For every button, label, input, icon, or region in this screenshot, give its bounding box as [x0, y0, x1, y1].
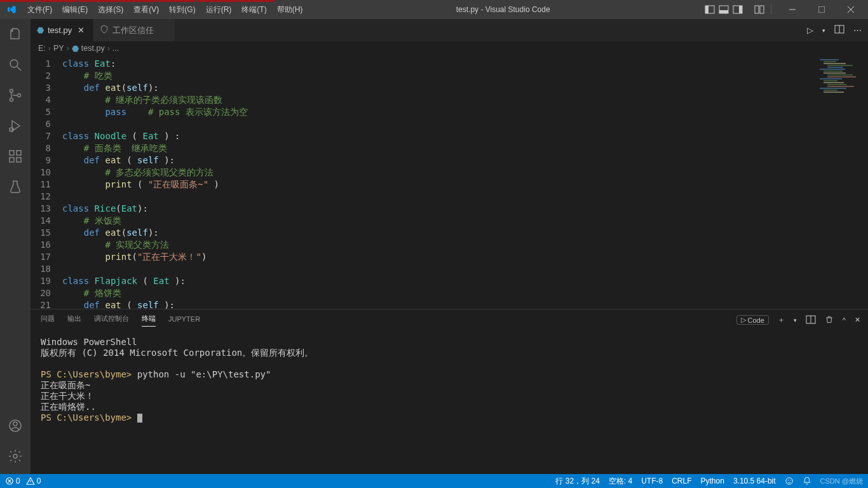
svg-rect-3 — [719, 10, 728, 13]
svg-point-35 — [788, 480, 789, 481]
minimize-button[interactable] — [778, 0, 807, 19]
more-icon[interactable]: ⋯ — [853, 25, 862, 35]
chevron-down-icon[interactable]: ▾ — [822, 27, 825, 34]
notifications-icon[interactable] — [803, 477, 811, 485]
tab-label: 工作区信任 — [112, 25, 154, 36]
panel-bottom-icon[interactable] — [719, 4, 729, 15]
python-file-icon: ⬣ — [37, 25, 44, 35]
tab-test-py[interactable]: ⬣ test.py ✕ — [31, 19, 93, 41]
vscode-icon — [0, 4, 22, 15]
watermark: CSDN @燃烧 — [820, 477, 863, 486]
panel-actions: ▷ Code ＋ ▾ ^ ✕ — [736, 315, 868, 326]
status-encoding[interactable]: UTF-8 — [641, 477, 663, 485]
new-terminal-icon[interactable]: ＋ — [778, 315, 785, 325]
extensions-icon[interactable] — [0, 141, 31, 172]
menu-item[interactable]: 转到(G) — [164, 0, 200, 19]
svg-point-24 — [13, 422, 17, 426]
shield-icon — [100, 25, 109, 36]
line-numbers: 123456789101112131415161718192021 — [31, 55, 62, 309]
svg-rect-21 — [17, 158, 21, 162]
editor-tabs: ⬣ test.py ✕ 工作区信任 ✕ ▷ ▾ ⋯ — [31, 19, 868, 41]
svg-rect-22 — [17, 151, 21, 155]
menu-item[interactable]: 帮助(H) — [272, 0, 308, 19]
breadcrumb-item[interactable]: test.py — [81, 44, 105, 53]
kill-terminal-icon[interactable] — [825, 315, 834, 325]
panel-tab[interactable]: JUPYTER — [168, 315, 200, 325]
panel-tab[interactable]: 问题 — [41, 314, 55, 326]
svg-point-16 — [18, 94, 21, 97]
svg-rect-20 — [10, 158, 14, 162]
terminal-launch-select[interactable]: ▷ Code — [736, 315, 769, 325]
chevron-right-icon: › — [107, 44, 110, 53]
source-control-icon[interactable] — [0, 80, 31, 111]
panel-tab[interactable]: 输出 — [67, 314, 81, 326]
testing-icon[interactable] — [0, 172, 31, 202]
menu-item[interactable]: 查看(V) — [128, 0, 164, 19]
svg-rect-19 — [10, 151, 14, 155]
svg-rect-9 — [818, 6, 825, 13]
feedback-icon[interactable] — [785, 477, 794, 485]
window-top-accent — [0, 0, 276, 2]
tab-close-icon[interactable]: ✕ — [76, 25, 86, 35]
tab-label: test.py — [48, 25, 72, 35]
activity-bar — [0, 19, 31, 474]
status-language[interactable]: Python — [701, 477, 724, 485]
panel-tabs: 问题输出调试控制台终端JUPYTER ▷ Code ＋ ▾ ^ ✕ — [31, 309, 868, 330]
explorer-icon[interactable] — [0, 19, 31, 50]
panel-left-icon[interactable] — [705, 4, 715, 15]
status-interpreter[interactable]: 3.10.5 64-bit — [733, 477, 776, 485]
terminal-output[interactable]: Windows PowerShell版权所有 (C) 2014 Microsof… — [31, 330, 868, 474]
svg-point-15 — [10, 98, 13, 102]
breadcrumbs: E:›PY›⬣ test.py›... — [31, 41, 868, 55]
maximize-button[interactable] — [807, 0, 836, 19]
search-icon[interactable] — [0, 50, 31, 80]
svg-point-25 — [13, 454, 17, 458]
chevron-down-icon[interactable]: ▾ — [794, 317, 797, 323]
run-icon[interactable]: ▷ — [807, 25, 813, 35]
status-line-col[interactable]: 行 32，列 24 — [555, 476, 599, 487]
editor-actions: ▷ ▾ ⋯ — [807, 19, 868, 41]
svg-rect-7 — [760, 6, 764, 13]
status-eol[interactable]: CRLF — [672, 477, 691, 485]
split-editor-icon[interactable] — [834, 24, 844, 36]
maximize-panel-icon[interactable]: ^ — [843, 316, 846, 324]
close-button[interactable] — [836, 0, 865, 19]
code-area[interactable]: class Eat: # 吃类 def eat(self): # 继承的子类必须… — [62, 55, 792, 309]
menu-item[interactable]: 编辑(E) — [57, 0, 93, 19]
split-terminal-icon[interactable] — [806, 315, 816, 326]
menu-item[interactable]: 文件(F) — [22, 0, 57, 19]
status-spaces[interactable]: 空格: 4 — [609, 476, 632, 487]
svg-point-34 — [785, 478, 792, 485]
tab-workspace-trust[interactable]: 工作区信任 ✕ — [93, 19, 175, 41]
accounts-icon[interactable] — [0, 410, 31, 441]
chevron-right-icon: › — [48, 44, 51, 53]
status-bar: 0 0 行 32，列 24 空格: 4 UTF-8 CRLF Python 3.… — [0, 474, 868, 488]
svg-point-14 — [10, 90, 13, 93]
svg-line-13 — [17, 67, 21, 71]
svg-rect-1 — [705, 6, 709, 13]
menu-item[interactable]: 终端(T) — [236, 0, 271, 19]
svg-point-12 — [10, 60, 18, 67]
editor[interactable]: 123456789101112131415161718192021 class … — [31, 55, 868, 309]
breadcrumb-item[interactable]: E: — [38, 44, 46, 53]
close-panel-icon[interactable]: ✕ — [855, 316, 860, 324]
status-errors[interactable]: 0 0 — [5, 477, 41, 485]
settings-icon[interactable] — [0, 441, 31, 471]
svg-rect-5 — [739, 6, 742, 13]
layout-icons — [698, 4, 771, 15]
panel-right-icon[interactable] — [733, 4, 743, 15]
bottom-panel: 问题输出调试控制台终端JUPYTER ▷ Code ＋ ▾ ^ ✕ Window… — [31, 309, 868, 474]
menu-item[interactable]: 选择(S) — [93, 0, 128, 19]
python-file-icon: ⬣ — [72, 44, 79, 53]
svg-point-36 — [790, 480, 790, 481]
run-debug-icon[interactable] — [0, 111, 31, 141]
window-title: test.py - Visual Studio Code — [308, 5, 698, 14]
panel-tab[interactable]: 调试控制台 — [94, 314, 129, 326]
breadcrumb-item[interactable]: PY — [53, 44, 64, 53]
breadcrumb-item[interactable]: ... — [112, 44, 119, 53]
title-bar: 文件(F)编辑(E)选择(S)查看(V)转到(G)运行(R)终端(T)帮助(H)… — [0, 0, 868, 19]
menu-item[interactable]: 运行(R) — [201, 0, 237, 19]
panel-tab[interactable]: 终端 — [142, 314, 156, 327]
layout-custom-icon[interactable] — [754, 4, 764, 15]
minimap[interactable] — [792, 55, 868, 309]
